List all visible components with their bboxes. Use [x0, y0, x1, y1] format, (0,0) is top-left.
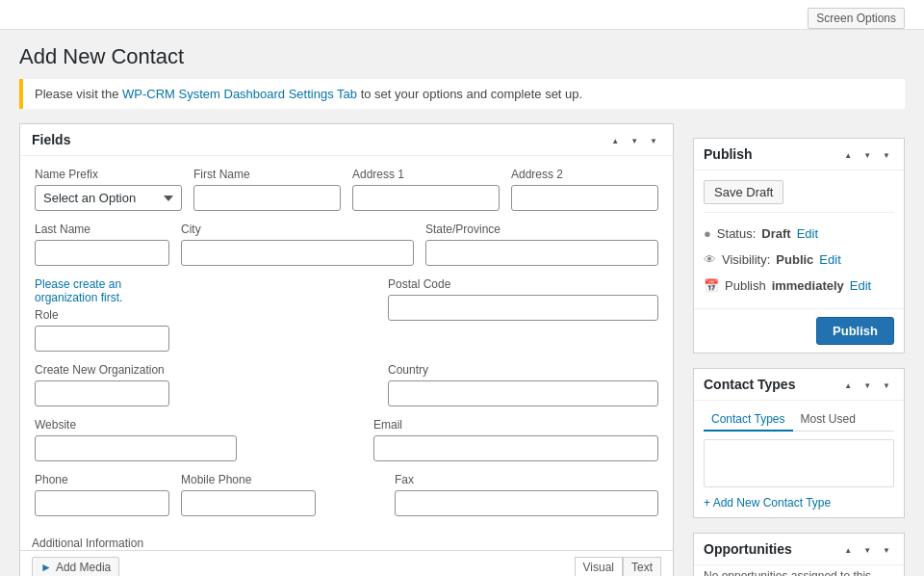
contact-types-header: Contact Types — [694, 369, 904, 401]
postal-code-group: Postal Code — [388, 277, 658, 352]
create-org-input[interactable] — [35, 380, 169, 406]
right-panel: Publish Save Draft ● Status: Draft Edit — [693, 123, 905, 576]
status-value: Draft — [761, 226, 790, 241]
address1-group: Address 1 — [352, 168, 500, 211]
ct-tab-most-used[interactable]: Most Used — [793, 408, 863, 431]
ct-tab-contact-types[interactable]: Contact Types — [704, 408, 793, 432]
role-input[interactable] — [35, 326, 169, 352]
visual-text-tabs: Visual Text — [575, 557, 661, 576]
publish-chevron-close-icon — [883, 148, 890, 160]
metabox-down-button[interactable] — [627, 132, 642, 147]
publish-time-row: 📅 Publish immediately Edit — [704, 273, 894, 299]
page-title: Add New Contact — [19, 44, 905, 69]
address2-label: Address 2 — [511, 168, 658, 181]
create-org-group: Create New Organization — [35, 363, 169, 406]
add-media-button[interactable]: ► Add Media — [32, 557, 119, 576]
fax-group: Fax — [395, 473, 658, 516]
publish-up-button[interactable] — [840, 146, 856, 162]
ct-close-button[interactable] — [879, 377, 894, 392]
state-group: State/Province — [425, 223, 658, 266]
city-input[interactable] — [181, 240, 414, 266]
status-icon: ● — [704, 226, 711, 241]
publish-box-header: Publish — [694, 139, 904, 170]
ct-chevron-down-icon — [863, 379, 871, 390]
postal-code-input[interactable] — [388, 295, 658, 321]
add-media-icon: ► — [40, 561, 52, 574]
email-input[interactable] — [373, 435, 658, 461]
contact-types-input-area[interactable] — [704, 439, 894, 487]
opportunities-header: Opportunities — [694, 534, 904, 565]
notice-link[interactable]: WP-CRM System Dashboard Settings Tab — [122, 87, 357, 101]
opp-down-button[interactable] — [860, 541, 875, 557]
visibility-label: Visibility: — [722, 252, 770, 267]
opp-chevron-up-icon — [844, 543, 852, 555]
status-edit-link[interactable]: Edit — [797, 226, 818, 241]
visual-tab[interactable]: Visual — [575, 557, 623, 576]
country-label: Country — [388, 363, 658, 377]
setup-notice: Please visit the WP-CRM System Dashboard… — [19, 79, 905, 109]
last-name-input[interactable] — [35, 240, 169, 266]
notice-prefix: Please visit the — [35, 87, 122, 101]
metabox-close-button[interactable] — [646, 132, 661, 147]
publish-time-edit-link[interactable]: Edit — [850, 278, 871, 293]
email-group: Email — [373, 418, 658, 461]
name-prefix-label: Name Prefix — [35, 168, 182, 181]
mobile-phone-input[interactable] — [181, 490, 316, 516]
opportunities-title: Opportunities — [704, 541, 792, 557]
fields-row-1: Name Prefix Select an Option Mr. Mrs. Ms… — [20, 156, 673, 223]
contact-types-box: Contact Types Contact Types Most Used + … — [693, 368, 905, 518]
metabox-controls — [607, 132, 661, 147]
additional-info-label: Additional Information — [32, 537, 143, 550]
publish-time-label: Publish — [725, 278, 766, 293]
publish-box: Publish Save Draft ● Status: Draft Edit — [693, 138, 905, 353]
role-label: Role — [35, 308, 169, 322]
address1-input[interactable] — [352, 185, 500, 211]
opp-up-button[interactable] — [840, 541, 856, 557]
contact-types-tabs: Contact Types Most Used — [704, 408, 894, 432]
country-input[interactable] — [388, 380, 658, 406]
text-tab[interactable]: Text — [623, 557, 661, 576]
fields-row-5: Website http:// Email — [20, 418, 673, 473]
visibility-row: 👁 Visibility: Public Edit — [704, 247, 894, 273]
left-panel: Fields Name Prefix Select an Option Mr. — [19, 123, 674, 576]
metabox-up-button[interactable] — [607, 132, 623, 147]
editor-area-header: ► Add Media Visual Text — [20, 550, 673, 576]
city-group: City — [181, 223, 414, 266]
opportunities-box: Opportunities No opportunities assigned … — [693, 533, 905, 576]
publish-box-title: Publish — [704, 146, 753, 162]
website-input[interactable]: http:// — [35, 435, 237, 461]
publish-actions: Publish — [694, 308, 904, 353]
phone-group: Phone — [35, 473, 169, 516]
first-name-input[interactable] — [193, 185, 341, 211]
mobile-phone-label: Mobile Phone — [181, 473, 316, 486]
ct-up-button[interactable] — [840, 377, 856, 392]
create-org-link[interactable]: Please create an organization first. — [35, 277, 169, 304]
add-contact-type-link[interactable]: + Add New Contact Type — [704, 496, 831, 510]
opp-controls — [840, 541, 894, 557]
opp-chevron-down-icon — [863, 543, 871, 555]
screen-options-button[interactable]: Screen Options — [808, 8, 905, 29]
ct-chevron-close-icon — [883, 379, 890, 390]
chevron-down-icon — [630, 134, 638, 145]
opp-close-button[interactable] — [879, 541, 894, 557]
opp-chevron-close-icon — [883, 543, 890, 555]
contact-types-area: Contact Types Most Used + Add New Contac… — [694, 401, 904, 517]
chevron-up-icon — [611, 134, 619, 145]
ct-down-button[interactable] — [860, 377, 875, 392]
publish-close-button[interactable] — [879, 146, 894, 162]
state-label: State/Province — [425, 223, 658, 236]
publish-chevron-down-icon — [863, 148, 871, 160]
fax-input[interactable] — [395, 490, 658, 516]
name-prefix-select[interactable]: Select an Option Mr. Mrs. Ms. Dr. — [35, 185, 182, 211]
publish-time-icon: 📅 — [704, 278, 719, 293]
publish-chevron-up-icon — [844, 148, 852, 160]
visibility-edit-link[interactable]: Edit — [819, 252, 840, 267]
save-draft-button[interactable]: Save Draft — [704, 180, 783, 204]
fields-metabox-header: Fields — [20, 124, 673, 156]
state-input[interactable] — [425, 240, 658, 266]
publish-button[interactable]: Publish — [816, 317, 894, 345]
publish-down-button[interactable] — [860, 146, 875, 162]
address2-input[interactable] — [511, 185, 658, 211]
website-label: Website — [35, 418, 237, 432]
phone-input[interactable] — [35, 490, 169, 516]
